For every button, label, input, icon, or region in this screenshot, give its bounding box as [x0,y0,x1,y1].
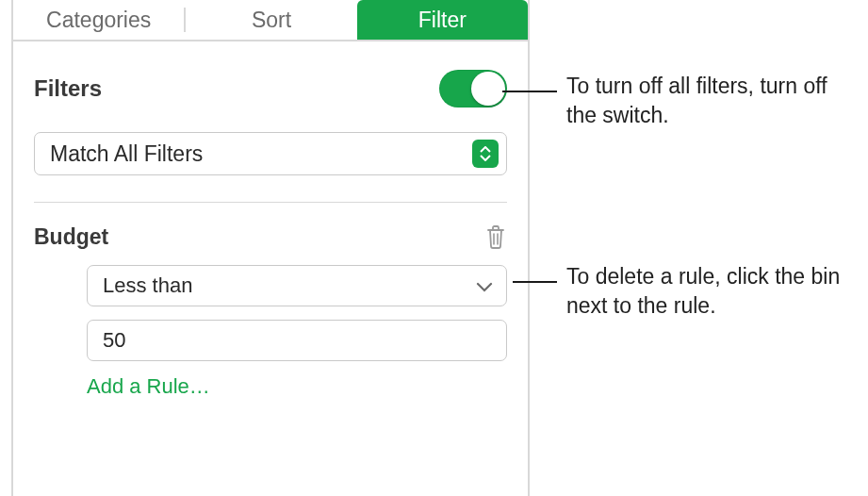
rule-column-label: Budget [34,224,108,250]
add-rule-label: Add a Rule… [87,374,210,398]
filters-title: Filters [34,75,102,102]
chevron-down-icon [476,274,493,297]
operator-value: Less than [103,273,192,298]
tab-filter-label: Filter [418,8,467,33]
updown-icon [472,140,499,168]
filters-toggle[interactable] [439,70,507,107]
trash-icon[interactable] [484,223,507,250]
rule-header: Budget [13,203,528,250]
tabs: Categories Sort Filter [13,0,528,41]
add-rule-link[interactable]: Add a Rule… [87,374,507,399]
callout-leader [502,91,557,92]
tab-sort-label: Sort [252,8,291,33]
callout-leader [513,281,557,283]
tab-filter[interactable]: Filter [357,0,528,40]
value-input[interactable]: 50 [87,320,507,361]
operator-select[interactable]: Less than [87,265,507,306]
callout-toggle: To turn off all filters, turn off the sw… [566,72,849,130]
value-input-text: 50 [103,328,125,353]
toggle-knob [471,72,505,106]
callout-delete: To delete a rule, click the bin next to … [566,262,868,321]
match-mode-value: Match All Filters [50,141,203,167]
filter-panel: Categories Sort Filter Filters Match All… [11,0,530,496]
match-mode-select[interactable]: Match All Filters [34,132,507,175]
rule-body: Less than 50 Add a Rule… [13,250,528,399]
tab-categories[interactable]: Categories [13,0,184,40]
tab-sort[interactable]: Sort [186,0,356,40]
filters-header: Filters [13,41,528,107]
tab-categories-label: Categories [46,8,151,33]
